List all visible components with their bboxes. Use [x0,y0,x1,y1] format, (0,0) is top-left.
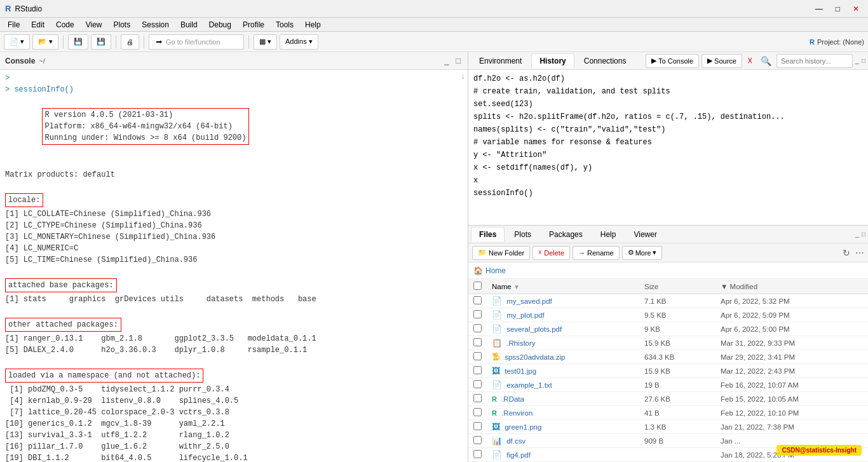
history-search-input[interactable] [776,54,853,68]
bottom-right-minimize-icon[interactable]: ⎯ [855,231,859,238]
menu-file[interactable]: File [3,19,25,31]
table-row[interactable]: 🖼 green1.png 1.3 KB Jan 21, 2022, 7:38 P… [468,420,868,434]
scroll-to-bottom-icon[interactable]: ↓ [461,72,465,81]
file-name-0[interactable]: my_saved.pdf [506,297,552,305]
file-name-6[interactable]: example_1.txt [506,381,552,389]
minimize-button[interactable]: ― [811,3,827,15]
row-checkbox-5[interactable] [473,366,482,374]
tab-files[interactable]: Files [471,227,505,241]
table-row[interactable]: R .RData 27.6 KB Feb 15, 2022, 10:05 AM [468,392,868,406]
close-button[interactable]: ✕ [849,3,863,15]
row-checkbox-10[interactable] [473,436,482,444]
tab-viewer[interactable]: Viewer [625,227,665,241]
console-output[interactable]: ↓ > > sessionInfo() R version 4.0.5 (202… [0,70,468,462]
row-checkbox-4[interactable] [473,352,482,360]
file-name-2[interactable]: several_plots.pdf [506,325,562,333]
top-right-maximize-icon[interactable]: □ [862,57,865,64]
file-name-1[interactable]: my_plot.pdf [506,311,544,319]
select-all-checkbox[interactable] [473,282,482,290]
file-name-10[interactable]: df.csv [506,437,526,445]
file-name-3[interactable]: .Rhistory [506,339,535,347]
menu-session[interactable]: Session [137,19,174,31]
menu-edit[interactable]: Edit [26,19,50,31]
col-modified-header[interactable]: ▼ Modified [715,279,868,294]
row-checkbox-6[interactable] [473,380,482,388]
table-row[interactable]: 📄 several_plots.pdf 9 KB Apr 6, 2022, 5:… [468,322,868,336]
file-name-5[interactable]: test01.jpg [505,367,536,375]
table-row[interactable]: 🗜 spss20advdata.zip 634.3 KB Mar 29, 202… [468,350,868,364]
history-line-1[interactable]: df.h2o <- as.h2o(df) [471,72,865,85]
addins-button[interactable]: Addins ▾ [280,34,318,50]
row-checkbox-0[interactable] [473,296,482,304]
tab-environment[interactable]: Environment [471,53,530,68]
table-row[interactable]: 🖼 test01.jpg 15.9 KB Mar 12, 2022, 2:43 … [468,364,868,378]
menu-build[interactable]: Build [175,19,203,31]
rename-button[interactable]: → Rename [573,246,620,260]
row-checkbox-3[interactable] [473,338,482,346]
history-line-4[interactable]: splits <- h2o.splitFrame(df.h2o, ratios … [471,111,865,123]
table-row[interactable]: 📄 my_saved.pdf 7.1 KB Apr 6, 2022, 5:32 … [468,294,868,308]
more-button[interactable]: ⚙ More ▾ [622,246,662,260]
top-right-minimize-icon[interactable]: ⎯ [855,57,859,64]
row-checkbox-7[interactable] [473,394,482,402]
menu-code[interactable]: Code [51,19,79,31]
files-refresh-icon[interactable]: ↻ [843,248,850,258]
row-checkbox-9[interactable] [473,422,482,430]
menu-plots[interactable]: Plots [109,19,136,31]
menu-view[interactable]: View [81,19,107,31]
history-line-7[interactable]: y <- "Attrition" [471,149,865,161]
to-console-button[interactable]: ▶ To Console [646,54,699,68]
menu-debug[interactable]: Debug [204,19,236,31]
file-name-4[interactable]: spss20advdata.zip [505,353,565,361]
history-line-6[interactable]: # variable names for resonse & features [471,136,865,149]
print-button[interactable]: 🖨 [121,34,139,50]
new-file-button[interactable]: 📄▾ [4,34,30,50]
open-file-button[interactable]: 📂▾ [32,34,58,50]
tab-history[interactable]: History [531,53,574,68]
console-minimize-icon[interactable]: ⎯ [442,55,451,66]
menu-help[interactable]: Help [300,19,326,31]
menu-tools[interactable]: Tools [271,19,299,31]
tab-packages[interactable]: Packages [541,227,591,241]
console-maximize-icon[interactable]: □ [454,55,463,66]
grid-button[interactable]: ▦▾ [254,34,277,50]
history-line-5[interactable]: names(splits) <- c("train","valid","test… [471,123,865,136]
to-source-button[interactable]: ▶ Source [702,54,742,68]
new-folder-button[interactable]: 📁 New Folder [472,246,530,260]
table-row[interactable]: R .Renviron 41 B Feb 12, 2022, 10:10 PM [468,406,868,420]
bottom-right-maximize-icon[interactable]: □ [862,231,865,238]
console-title: Console [5,57,35,65]
history-delete-icon[interactable]: ☓ [745,55,756,67]
tab-help[interactable]: Help [592,227,625,241]
file-name-11[interactable]: fig4.pdf [506,451,531,459]
history-line-10[interactable]: sessionInfo() [471,187,865,200]
save-all-button[interactable]: 💾 [91,34,111,50]
table-row[interactable]: 📄 example_1.txt 19 B Feb 16, 2022, 10:07… [468,378,868,392]
file-name-9[interactable]: green1.png [505,423,541,431]
breadcrumb-home-label[interactable]: Home [485,266,506,275]
col-size-header[interactable]: Size [639,279,715,294]
history-line-9[interactable]: x [471,174,865,187]
row-checkbox-1[interactable] [473,310,482,318]
col-name-header[interactable]: Name ▼ [487,279,639,294]
delete-button[interactable]: ☓ Delete [532,246,570,260]
history-line-2[interactable]: # create train, validation, and test spl… [471,85,865,98]
tab-connections[interactable]: Connections [576,53,635,68]
row-checkbox-2[interactable] [473,324,482,332]
maximize-button[interactable]: □ [832,3,844,15]
goto-file-button[interactable]: ⮕ Go to file/function [149,34,244,50]
files-more-icon[interactable]: ⋯ [855,248,864,258]
file-name-8[interactable]: .Renviron [501,409,532,417]
table-row[interactable]: 📋 .Rhistory 15.9 KB Mar 31, 2022, 9:33 P… [468,336,868,350]
history-line-3[interactable]: set.seed(123) [471,98,865,111]
row-checkbox-11[interactable] [473,450,482,458]
row-checkbox-8[interactable] [473,408,482,416]
tab-plots[interactable]: Plots [506,227,539,241]
history-content[interactable]: df.h2o <- as.h2o(df) # create train, val… [468,70,868,225]
file-name-7[interactable]: .RData [501,395,524,403]
menu-profile[interactable]: Profile [238,19,269,31]
table-row[interactable]: 📄 my_plot.pdf 9.5 KB Apr 6, 2022, 5:09 P… [468,308,868,322]
save-button[interactable]: 💾 [68,34,88,50]
history-line-8[interactable]: x <- setdiff(names(df), y) [471,161,865,174]
history-search-icon[interactable]: 🔍 [758,56,774,66]
